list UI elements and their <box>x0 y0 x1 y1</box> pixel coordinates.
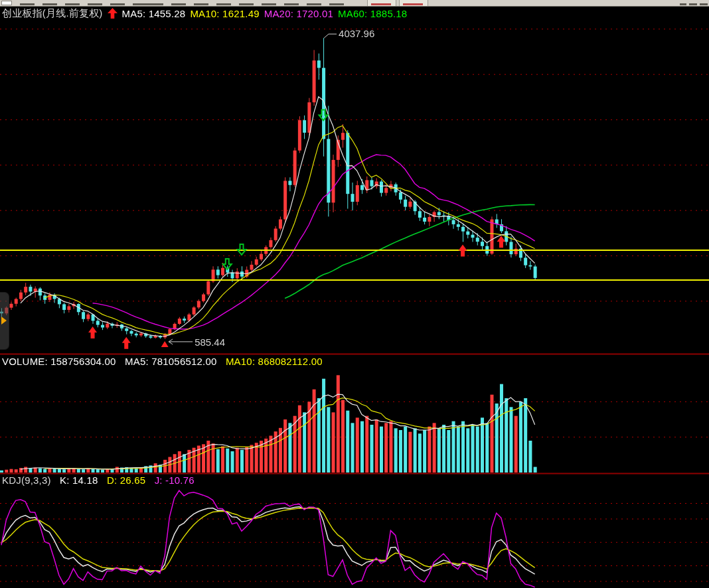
kdj-k-value: K: 14.18 <box>60 475 98 486</box>
menu-item-clipped[interactable] <box>700 3 708 5</box>
quote-value-clipped <box>403 3 423 5</box>
menu-item-clipped[interactable] <box>133 3 163 5</box>
side-panel-handle[interactable] <box>0 292 9 350</box>
expand-arrow-icon <box>1 317 7 325</box>
quote-box-clipped <box>367 0 396 6</box>
quote-value-clipped <box>371 3 391 5</box>
kdj-name: KDJ(9,3,3) <box>2 475 51 486</box>
menu-item-clipped[interactable] <box>689 3 697 5</box>
menu-item-clipped[interactable] <box>307 3 321 5</box>
ma10-value: MA10: 1621.49 <box>190 8 259 19</box>
quote-box-clipped <box>399 0 428 6</box>
ma60-value: MA60: 1885.18 <box>338 8 407 19</box>
menu-item-clipped[interactable] <box>171 3 186 5</box>
menu-item-clipped[interactable] <box>20 3 35 5</box>
main-chart-header: 创业板指(月线.前复权) MA5: 1455.28 MA10: 1621.49 … <box>2 7 412 20</box>
high-price-annotation: 4037.96 <box>339 28 374 39</box>
volume-pane-header: VOLUME: 158756304.00 MA5: 781056512.00 M… <box>2 356 329 367</box>
menu-item-clipped[interactable] <box>110 3 125 5</box>
menu-item-clipped[interactable] <box>239 3 254 5</box>
kdj-d-value: D: 26.65 <box>107 475 145 486</box>
volume-ma10-value: MA10: 868082112.00 <box>226 356 323 367</box>
stock-chart-canvas[interactable] <box>0 0 709 588</box>
menu-item-clipped[interactable] <box>284 3 299 5</box>
trend-up-icon <box>108 8 118 19</box>
kdj-pane-header: KDJ(9,3,3) K: 14.18 D: 26.65 J: -10.76 <box>2 475 200 486</box>
volume-ma5-value: MA5: 781056512.00 <box>125 356 217 367</box>
volume-value: VOLUME: 158756304.00 <box>2 356 116 367</box>
kdj-j-value: J: -10.76 <box>155 475 195 486</box>
menu-item-clipped[interactable] <box>216 3 231 5</box>
menu-item-clipped[interactable] <box>88 3 102 5</box>
ma5-value: MA5: 1455.28 <box>122 8 186 19</box>
menu-item-clipped[interactable] <box>262 3 276 5</box>
menubar-clipped[interactable] <box>0 0 709 7</box>
app-icon <box>1 1 12 5</box>
menu-item-clipped[interactable] <box>194 3 208 5</box>
instrument-title: 创业板指(月线.前复权) <box>2 7 103 20</box>
menu-item-clipped[interactable] <box>680 3 686 5</box>
menu-item-clipped[interactable] <box>42 3 57 5</box>
ma20-value: MA20: 1720.01 <box>264 8 333 19</box>
low-price-annotation: 585.44 <box>195 336 225 348</box>
menu-item-clipped[interactable] <box>65 3 80 5</box>
menu-item-clipped[interactable] <box>329 3 344 5</box>
